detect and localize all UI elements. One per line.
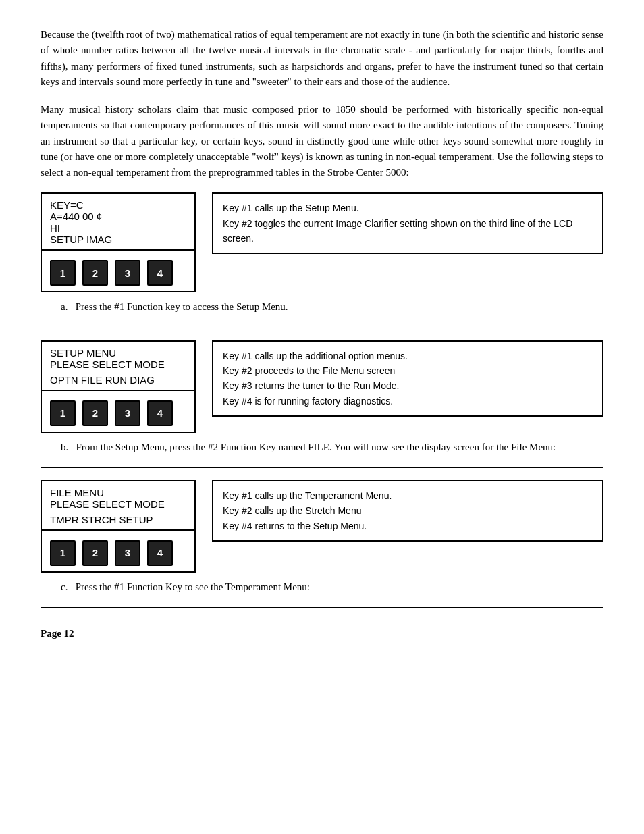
panel1-btn-3[interactable]: 3 (115, 260, 140, 286)
panel1-note-2: Key #2 toggles the current Image Clarifi… (223, 216, 593, 246)
panel1-display: KEY=C A=440 00 ¢ HI SETUP IMAG 1 2 3 4 (41, 192, 196, 292)
panel2-btn-1[interactable]: 1 (50, 400, 76, 426)
panel3-btn-2[interactable]: 2 (82, 540, 108, 566)
panel1-line1: KEY=C (50, 199, 186, 211)
panel2-buttons: 1 2 3 4 (41, 391, 196, 433)
panel2-note-1: Key #1 calls up the additional option me… (223, 348, 593, 363)
panel1-line4: SETUP IMAG (50, 234, 186, 245)
panel3-btn-row: 1 2 3 4 (50, 540, 186, 566)
step-b: b. From the Setup Menu, press the #2 Fun… (41, 440, 603, 455)
step-b-text: From the Setup Menu, press the #2 Functi… (76, 442, 556, 452)
step-c-label: c. (61, 581, 76, 592)
step-a-text: Press the #1 Function key to access the … (76, 301, 288, 312)
panel1-btn-2[interactable]: 2 (82, 260, 108, 286)
step-a: a. Press the #1 Function key to access t… (41, 299, 603, 315)
step-b-label: b. (61, 442, 76, 452)
panel1-line3: HI (50, 222, 186, 234)
panel1-notes: Key #1 calls up the Setup Menu. Key #2 t… (212, 192, 603, 254)
divider-3 (41, 607, 603, 608)
panel2-section: SETUP MENU PLEASE SELECT MODE OPTN FILE … (41, 340, 603, 433)
paragraph-1: Because the (twelfth root of two) mathem… (41, 27, 603, 90)
panel1-note-1: Key #1 calls up the Setup Menu. (223, 201, 593, 215)
panel2-line2: PLEASE SELECT MODE (50, 359, 186, 370)
panel3-notes: Key #1 calls up the Temperament Menu. Ke… (212, 480, 603, 542)
page-number: Page 12 (41, 628, 603, 640)
panel3-display: FILE MENU PLEASE SELECT MODE TMPR STRCH … (41, 480, 196, 573)
panel3-line1: FILE MENU (50, 487, 186, 498)
panel2-notes: Key #1 calls up the additional option me… (212, 340, 603, 417)
panel3-btn-4[interactable]: 4 (147, 540, 173, 566)
panel3-btn-3[interactable]: 3 (115, 540, 140, 566)
panel3-note-1: Key #1 calls up the Temperament Menu. (223, 488, 593, 503)
panel2-note-3: Key #3 returns the tuner to the Run Mode… (223, 378, 593, 393)
paragraph-2: Many musical history scholars claim that… (41, 102, 603, 180)
divider-1 (41, 328, 603, 328)
panel2-btn-4[interactable]: 4 (147, 400, 173, 426)
panel2-line1: SETUP MENU (50, 347, 186, 359)
panel3-line3: TMPR STRCH SETUP (50, 514, 186, 525)
panel1-btn-4[interactable]: 4 (147, 260, 173, 286)
step-c-text: Press the #1 Function Key to see the Tem… (76, 581, 310, 592)
panel1-btn-1[interactable]: 1 (50, 260, 76, 286)
step-c: c. Press the #1 Function Key to see the … (41, 579, 603, 595)
panel3-screen: FILE MENU PLEASE SELECT MODE TMPR STRCH … (41, 480, 196, 531)
panel1-btn-row: 1 2 3 4 (50, 260, 186, 286)
panel3-note-3: Key #4 returns to the Setup Menu. (223, 519, 593, 533)
panel2-btn-3[interactable]: 3 (115, 400, 140, 426)
panel1-buttons: 1 2 3 4 (41, 251, 196, 292)
panel2-note-2: Key #2 proceeds to the File Menu screen (223, 363, 593, 378)
panel3-note-2: Key #2 calls up the Stretch Menu (223, 503, 593, 518)
panel3-section: FILE MENU PLEASE SELECT MODE TMPR STRCH … (41, 480, 603, 573)
panel2-line3: OPTN FILE RUN DIAG (50, 374, 186, 386)
panel2-note-4: Key #4 is for running factory diagnostic… (223, 394, 593, 409)
panel1-line2: A=440 00 ¢ (50, 211, 186, 222)
step-a-label: a. (61, 301, 76, 312)
divider-2 (41, 467, 603, 468)
panel2-screen: SETUP MENU PLEASE SELECT MODE OPTN FILE … (41, 340, 196, 391)
panel3-line2: PLEASE SELECT MODE (50, 498, 186, 510)
panel3-buttons: 1 2 3 4 (41, 531, 196, 573)
panel2-display: SETUP MENU PLEASE SELECT MODE OPTN FILE … (41, 340, 196, 433)
panel2-btn-row: 1 2 3 4 (50, 400, 186, 426)
panel1-screen: KEY=C A=440 00 ¢ HI SETUP IMAG (41, 192, 196, 251)
panel3-btn-1[interactable]: 1 (50, 540, 76, 566)
panel2-btn-2[interactable]: 2 (82, 400, 108, 426)
panel1-section: KEY=C A=440 00 ¢ HI SETUP IMAG 1 2 3 4 K… (41, 192, 603, 292)
